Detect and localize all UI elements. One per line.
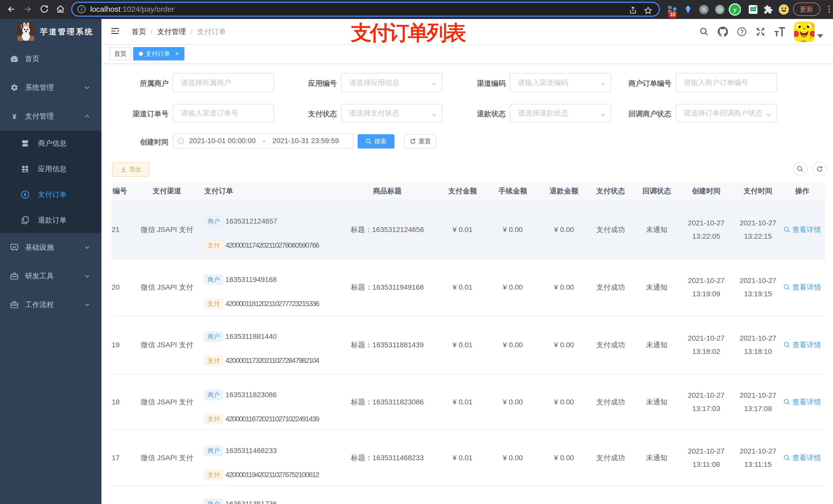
extension-icon-screenshot[interactable]: [747, 3, 759, 16]
merchant-tag: 商户: [205, 331, 223, 342]
cell-status: 支付成功: [584, 430, 637, 485]
table-row-partial[interactable]: 商户1635311351736: [112, 486, 825, 504]
header-search-icon[interactable]: [699, 27, 709, 37]
reset-button[interactable]: 重置: [404, 134, 436, 148]
fullscreen-icon[interactable]: [756, 27, 765, 37]
view-detail-link[interactable]: 查看详情: [784, 225, 821, 235]
breadcrumb-pay-manage[interactable]: 支付管理: [157, 27, 186, 37]
select-pay-status[interactable]: 请选择支付状态: [341, 104, 443, 122]
date-end-value[interactable]: 2021-10-31 23:59:59: [272, 137, 339, 145]
select-notify-status[interactable]: 请选择订单回调商户状态: [675, 104, 777, 122]
create-time-text: 2021-10-2713:22:05: [688, 216, 724, 243]
sidebar-item-pay-order[interactable]: ¥支付订单: [0, 182, 101, 208]
url-text[interactable]: localhost:1024/pay/order: [90, 5, 174, 14]
cell-status: 支付成功: [584, 316, 637, 374]
view-detail-link[interactable]: 查看详情: [784, 283, 821, 292]
cell-status: 支付成功: [584, 259, 637, 315]
create-time-label: 创建时间: [118, 137, 169, 147]
cell-refund: ¥ 0.00: [544, 259, 584, 315]
user-avatar[interactable]: [794, 22, 814, 42]
input-merchant-order-no[interactable]: 请输入商户订单编号: [675, 73, 777, 93]
bookmark-star-icon[interactable]: [643, 6, 653, 15]
input-merchant[interactable]: 请选择所属商户: [173, 73, 274, 93]
cell-notify: 未通知: [637, 259, 676, 315]
sidebar-item-home[interactable]: 首页: [0, 45, 101, 73]
application-window: i localhost:1024/pay/order 10 ⌘ y: [0, 0, 833, 504]
cell-refund: ¥ 0.00: [544, 375, 584, 430]
sidebar-item-label: 研发工具: [25, 271, 54, 281]
sidebar-item-refund-order[interactable]: 退款订单: [0, 208, 101, 233]
tag-pay-order[interactable]: 支付订单×: [133, 47, 185, 61]
table-row[interactable]: 20 微信 JSAPI 支付 商户1635311949168 支付4200001…: [112, 259, 825, 316]
select-chevron-down-icon: [600, 111, 606, 120]
tag-close-icon[interactable]: ×: [175, 50, 179, 57]
toggle-search-icon: [797, 166, 804, 172]
sidebar-item-system[interactable]: 系统管理: [0, 73, 101, 102]
cell-actions: 查看详情: [780, 201, 825, 259]
browser-menu-icon[interactable]: [828, 3, 830, 16]
help-question-icon[interactable]: [737, 27, 747, 37]
sidebar-item-dev-tools[interactable]: 研发工具: [0, 262, 101, 290]
detail-magnifier-icon: [784, 226, 790, 233]
extension-icon-emoji[interactable]: [778, 3, 790, 16]
refresh-table-button[interactable]: [812, 162, 827, 176]
sidebar-item-infrastructure[interactable]: 基础设施: [0, 233, 101, 262]
select-refund-status[interactable]: 请选择退款状态: [510, 104, 611, 122]
page-annotation-title: 支付订单列表: [351, 23, 465, 43]
sidebar-item-workflow[interactable]: 工作流程: [0, 290, 101, 319]
github-icon[interactable]: [718, 27, 728, 37]
tag-home[interactable]: 首页: [110, 47, 131, 61]
sidebar-item-merchant-info[interactable]: 商户信息: [0, 130, 101, 156]
sidebar-item-app-info[interactable]: 应用信息: [0, 156, 101, 182]
extensions-puzzle-icon[interactable]: [762, 3, 774, 16]
table-row[interactable]: 18 微信 JSAPI 支付 商户1635311823086 支付4200001…: [112, 375, 825, 430]
chevron-down-icon: [84, 244, 90, 250]
form-label-channel-order-no: 渠道订单号: [118, 109, 169, 119]
select-channel-code[interactable]: 请输入渠道编码: [510, 73, 611, 93]
export-button[interactable]: 导出: [112, 162, 149, 177]
table-row[interactable]: 17 微信 JSAPI 支付 商户1635311468233 支付4200001…: [112, 430, 825, 486]
create-time-range-picker[interactable]: 2021-10-01 00:00:00 - 2021-10-31 23:59:5…: [173, 133, 354, 148]
cell-fee: ¥ 0.00: [481, 316, 544, 374]
extension-icon-gem[interactable]: [682, 3, 694, 16]
channel-order-line: 支付4200001181202110277723215336: [205, 298, 319, 309]
date-range-separator: -: [263, 137, 265, 145]
placeholder-text: 请选择应用信息: [349, 78, 399, 88]
browser-reload-icon[interactable]: [40, 4, 49, 14]
breadcrumb-home[interactable]: 首页: [132, 27, 146, 37]
extension-icon-tabs[interactable]: 10: [666, 3, 678, 16]
input-channel-order-no[interactable]: 请输入渠道订单号: [173, 104, 274, 122]
table-row[interactable]: 19 微信 JSAPI 支付 商户1635311881440 支付4200001…: [112, 316, 825, 375]
show-search-toggle-button[interactable]: [793, 162, 807, 176]
sidebar-item-payment[interactable]: ¥支付管理: [0, 102, 101, 130]
select-chevron-down-icon: [431, 111, 437, 120]
browser-update-button[interactable]: 更新: [793, 3, 820, 16]
view-detail-link[interactable]: 查看详情: [784, 397, 821, 407]
address-bar[interactable]: i localhost:1024/pay/order: [71, 2, 660, 17]
cell-id: 18: [112, 375, 139, 430]
font-size-icon[interactable]: [774, 27, 785, 37]
share-icon[interactable]: [628, 6, 637, 15]
yen-circle-icon: ¥: [19, 189, 31, 201]
table-row[interactable]: 21 微信 JSAPI 支付 商户1635312124657 支付4200001…: [112, 201, 825, 259]
orders-table: 编号支付渠道支付订单商品标题支付金额手续金额退款金额支付状态回调状态创建时间支付…: [112, 182, 825, 504]
cell-amount: ¥ 0.01: [444, 316, 481, 374]
extension-icon-y-green[interactable]: y: [729, 3, 741, 16]
browser-home-icon[interactable]: [55, 4, 66, 14]
extension-icon-dot[interactable]: [714, 3, 726, 16]
site-info-icon[interactable]: i: [77, 5, 86, 13]
date-start-value[interactable]: 2021-10-01 00:00:00: [189, 137, 256, 145]
browser-back-icon[interactable]: [6, 4, 16, 14]
sidebar-logo[interactable]: 芋道管理系统: [0, 19, 101, 45]
cell-title: 标题：1635311881439: [331, 316, 444, 374]
select-app-id[interactable]: 请选择应用信息: [341, 73, 443, 93]
view-detail-link[interactable]: 查看详情: [784, 453, 821, 463]
monitor-icon: [8, 241, 21, 254]
sidebar-toggle-hamburger-icon[interactable]: [111, 27, 119, 38]
search-button[interactable]: 搜索: [358, 134, 395, 148]
extension-icon-command[interactable]: ⌘: [698, 3, 710, 16]
browser-forward-icon[interactable]: [23, 4, 33, 14]
view-detail-link[interactable]: 查看详情: [784, 340, 821, 350]
placeholder-text: 请输入渠道编码: [518, 78, 568, 88]
pay-tag: 支付: [205, 414, 223, 424]
